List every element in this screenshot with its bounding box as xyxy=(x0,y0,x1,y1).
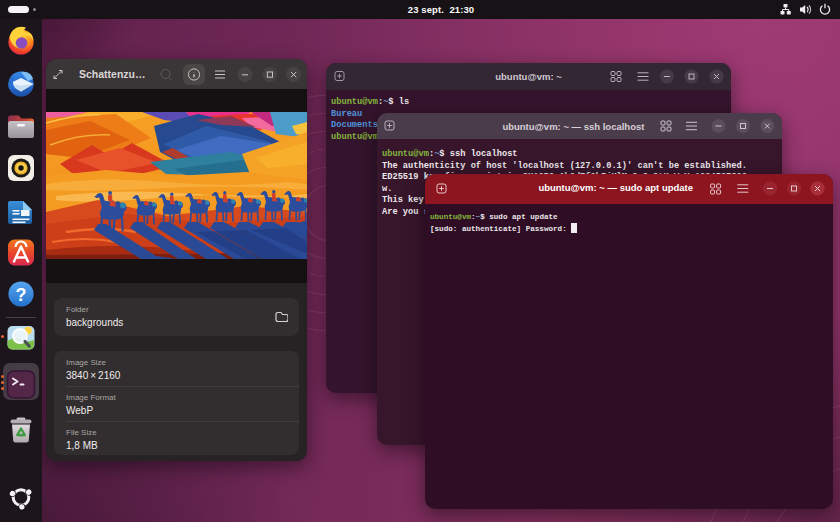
svg-text:?: ? xyxy=(16,285,27,305)
